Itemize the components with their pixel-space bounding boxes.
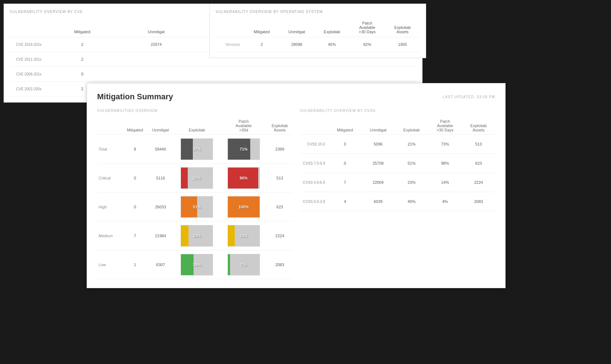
vuln-row-exploitable: 23% xyxy=(174,221,221,250)
cvss-row-label: CVSS 7.0-9.9 xyxy=(300,154,329,173)
cve-col-unmitigated: Unmitigat xyxy=(118,18,194,37)
vuln-row-mitigated: 8 xyxy=(122,135,148,164)
cvss-row-assets: 513 xyxy=(462,135,495,154)
vuln-col-mitigated: Mitigated xyxy=(122,117,148,135)
table-row: Windows 2 28098 45% 82% 1955 xyxy=(216,37,420,52)
cvss-row-exploitable: 51% xyxy=(395,154,428,173)
cvss-row-patch: 14% xyxy=(428,173,462,192)
cvss-row-exploitable: 40% xyxy=(395,192,428,211)
cve-mitigated: 2 xyxy=(46,52,118,67)
cve-unmitigated xyxy=(118,67,194,82)
cvss-row-unmitigated: 6039 xyxy=(361,192,395,211)
cvss-row-patch: 73% xyxy=(428,135,462,154)
cvss-row-exploitable: 21% xyxy=(395,135,428,154)
last-updated: LAST UPDATED: 03:09 PM xyxy=(443,95,495,99)
vuln-row-assets: 2389 xyxy=(267,135,292,164)
vuln-section-title: VULNERABILITIES OVERVIEW xyxy=(97,109,292,113)
vuln-row-patch: 100% xyxy=(220,192,267,221)
vuln-row-unmitigated: 6307 xyxy=(148,250,174,279)
os-assets: 1955 xyxy=(385,37,420,52)
cvss-section-title: VULNERABILITY OVERVIEW BY CVSS xyxy=(300,109,495,113)
cvss-row-mitigated: 7 xyxy=(329,173,361,192)
vuln-row-exploitable: 39% xyxy=(174,250,221,279)
vuln-col-patch: PatchAvailable>30d xyxy=(220,117,267,135)
cvss-col-patch: PatchAvailable>30 Days xyxy=(428,117,462,135)
vuln-row-label: High xyxy=(97,192,122,221)
vuln-row-unmitigated: 21984 xyxy=(148,221,174,250)
cvss-col-unmitigated: Unmitigat xyxy=(361,117,395,135)
vuln-row-exploitable: 21% xyxy=(174,164,221,192)
vuln-row-assets: 2083 xyxy=(267,250,292,279)
list-item: CVSS 0.0-3.9 4 6039 40% 4% 2083 xyxy=(300,192,495,211)
cvss-row-label: CVSS 4.0-6.9 xyxy=(300,173,329,192)
panel-title: Mitigation Summary xyxy=(97,92,173,101)
cve-exploitable xyxy=(194,67,267,82)
cve-unmitigated xyxy=(118,52,194,67)
list-item: Medium 7 21984 23% 22% 2224 xyxy=(97,221,292,250)
vuln-row-mitigated: 0 xyxy=(122,192,148,221)
os-label: Windows xyxy=(216,37,244,52)
vuln-row-patch: 22% xyxy=(220,221,267,250)
cvss-row-unmitigated: 25709 xyxy=(361,154,395,173)
list-item: CVSS 7.0-9.9 0 25709 51% 98% 623 xyxy=(300,154,495,173)
cve-label: CVE 2011-201x xyxy=(10,52,46,67)
os-mitigated: 2 xyxy=(244,37,279,52)
cvss-col-assets: ExploitabAssets xyxy=(462,117,495,135)
vuln-row-patch: 96% xyxy=(220,164,267,192)
cvss-table: Mitigated Unmitigat Exploitab PatchAvail… xyxy=(300,117,495,211)
vuln-row-exploitable: 51% xyxy=(174,192,221,221)
vuln-col-assets: ExploitabAssets xyxy=(267,117,292,135)
vuln-row-assets: 623 xyxy=(267,192,292,221)
vuln-overview-section: VULNERABILITIES OVERVIEW Mitigated Unmit… xyxy=(97,109,292,279)
list-item: Critical 0 5116 21% 96% 513 xyxy=(97,164,292,192)
vuln-col-label xyxy=(97,117,122,135)
cve-label: CVE 2006-201x xyxy=(10,67,46,82)
table-row: CVE 2006-201x 0 xyxy=(10,67,416,82)
vuln-row-mitigated: 0 xyxy=(122,164,148,192)
bg-os-panel: VULNERABILITY OVERVIEW BY OPERATING SYST… xyxy=(209,4,426,58)
cvss-row-mitigated: 4 xyxy=(329,192,361,211)
panel-header: Mitigation Summary LAST UPDATED: 03:09 P… xyxy=(97,92,495,101)
bg-os-title: VULNERABILITY OVERVIEW BY OPERATING SYST… xyxy=(216,10,420,14)
cve-label: CVE 2016-202x xyxy=(10,37,46,52)
cve-col-mitigated: Mitigated xyxy=(46,18,118,37)
cvss-col-mitigated: Mitigated xyxy=(329,117,361,135)
cvss-row-patch: 4% xyxy=(428,192,462,211)
list-item: Total 8 59440 37% 71% 2389 xyxy=(97,135,292,164)
os-col-unmitigated: Unmitigat xyxy=(279,18,315,37)
vuln-row-label: Low xyxy=(97,250,122,279)
list-item: Low 1 6307 39% 7% 2083 xyxy=(97,250,292,279)
cvss-row-unmitigated: 22004 xyxy=(361,173,395,192)
vuln-row-mitigated: 7 xyxy=(122,221,148,250)
vuln-row-unmitigated: 26033 xyxy=(148,192,174,221)
os-col-mitigated: Mitigated xyxy=(244,18,279,37)
cvss-row-mitigated: 0 xyxy=(329,135,361,154)
cve-patch xyxy=(267,67,343,82)
os-unmitigated: 28098 xyxy=(279,37,315,52)
cvss-row-label: CVSS 0.0-3.9 xyxy=(300,192,329,211)
list-item: CVSS 4.0-6.9 7 22004 23% 14% 2224 xyxy=(300,173,495,192)
bg-os-table: Mitigated Unmitigat Exploitab PatchAvail… xyxy=(216,18,420,52)
cve-mitigated: 0 xyxy=(46,67,118,82)
cvss-overview-section: VULNERABILITY OVERVIEW BY CVSS Mitigated… xyxy=(300,109,495,279)
list-item: High 0 26033 51% 100% 623 xyxy=(97,192,292,221)
vuln-row-label: Critical xyxy=(97,164,122,192)
os-col-assets: ExploitabAssets xyxy=(385,18,420,37)
cvss-row-label: CVSS 10.0 xyxy=(300,135,329,154)
vuln-table: Mitigated Unmitigat Exploitab PatchAvail… xyxy=(97,117,292,279)
vuln-row-assets: 513 xyxy=(267,164,292,192)
cvss-row-patch: 98% xyxy=(428,154,462,173)
cvss-col-label xyxy=(300,117,329,135)
os-exploitable: 45% xyxy=(315,37,349,52)
main-mitigation-panel: Mitigation Summary LAST UPDATED: 03:09 P… xyxy=(87,83,506,288)
vuln-row-patch: 7% xyxy=(220,250,267,279)
cvss-row-mitigated: 0 xyxy=(329,154,361,173)
vuln-row-label: Total xyxy=(97,135,122,164)
os-col-patch: PatchAvailable>30 Days xyxy=(349,18,385,37)
vuln-row-label: Medium xyxy=(97,221,122,250)
os-patch: 82% xyxy=(349,37,385,52)
cvss-row-assets: 2224 xyxy=(462,173,495,192)
cve-unmitigated: 22674 xyxy=(118,37,194,52)
vuln-row-unmitigated: 5116 xyxy=(148,164,174,192)
cve-mitigated: 2 xyxy=(46,37,118,52)
